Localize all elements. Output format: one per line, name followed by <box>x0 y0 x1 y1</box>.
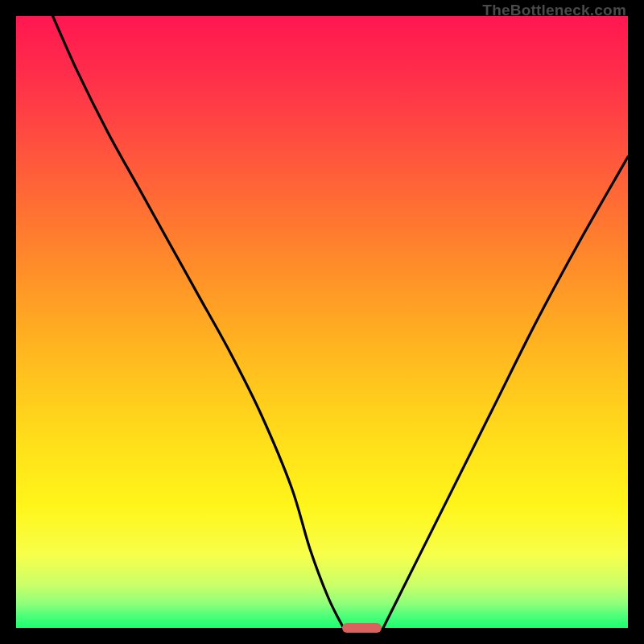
curve-left-branch <box>53 16 344 628</box>
attribution-text: TheBottleneck.com <box>482 2 626 19</box>
plot-area <box>16 16 628 628</box>
optimal-marker <box>342 623 382 633</box>
chart-stage: TheBottleneck.com <box>0 0 644 644</box>
bottleneck-curve <box>16 16 628 628</box>
curve-right-branch <box>383 157 628 628</box>
